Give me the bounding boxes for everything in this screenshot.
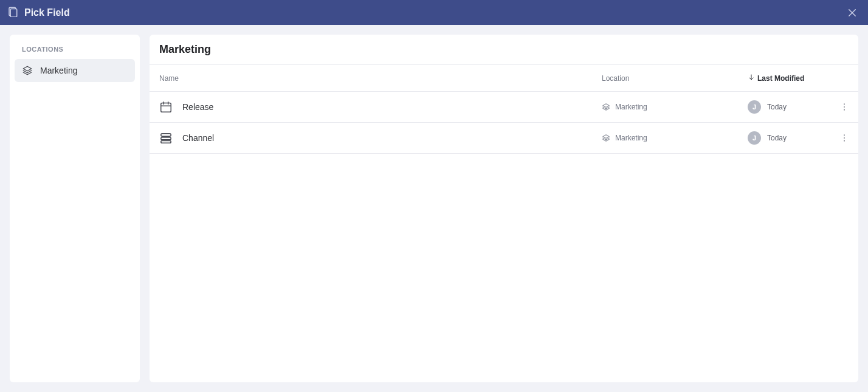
svg-marker-17 [603, 135, 610, 139]
svg-point-19 [844, 137, 845, 139]
table-row[interactable]: Release Marketing J Today [150, 92, 858, 123]
fields-table: Name Location Last Modified [150, 65, 858, 154]
svg-point-18 [844, 134, 845, 136]
close-button[interactable] [844, 4, 861, 21]
svg-point-13 [844, 109, 845, 111]
svg-point-12 [844, 106, 845, 108]
main-title: Marketing [150, 35, 858, 65]
main-panel: Marketing Name Location Last Modified [150, 35, 858, 382]
svg-point-20 [844, 140, 845, 142]
row-modified: Today [767, 103, 787, 111]
avatar: J [748, 100, 761, 114]
sort-desc-icon [748, 74, 755, 83]
layers-icon [22, 65, 33, 76]
svg-rect-6 [161, 103, 171, 112]
svg-rect-1 [10, 9, 17, 17]
svg-marker-10 [603, 104, 610, 108]
column-name[interactable]: Name [157, 74, 602, 83]
svg-rect-14 [161, 134, 171, 137]
sidebar: LOCATIONS Marketing [10, 35, 140, 382]
svg-point-11 [844, 103, 845, 105]
row-name: Release [182, 102, 213, 112]
svg-rect-16 [161, 141, 171, 143]
svg-rect-15 [161, 137, 171, 140]
sidebar-heading: LOCATIONS [15, 42, 135, 59]
row-name: Channel [182, 133, 214, 143]
row-modified: Today [767, 134, 787, 142]
column-last-modified[interactable]: Last Modified [748, 74, 851, 83]
dialog-title: Pick Field [24, 7, 70, 18]
calendar-icon [159, 100, 173, 114]
sidebar-item-label: Marketing [40, 66, 77, 75]
row-location: Marketing [615, 134, 647, 142]
dialog-header: Pick Field [0, 0, 868, 25]
row-location: Marketing [615, 103, 647, 111]
layers-icon [602, 134, 610, 142]
field-icon [7, 6, 18, 19]
table-header: Name Location Last Modified [150, 65, 858, 92]
column-location[interactable]: Location [602, 74, 748, 83]
row-menu-button[interactable] [838, 102, 851, 112]
table-row[interactable]: Channel Marketing J Today [150, 123, 858, 154]
list-icon [159, 131, 173, 145]
layers-icon [602, 103, 610, 111]
avatar: J [748, 131, 761, 145]
row-menu-button[interactable] [838, 133, 851, 143]
sidebar-item-marketing[interactable]: Marketing [15, 59, 135, 82]
svg-marker-4 [23, 66, 32, 71]
